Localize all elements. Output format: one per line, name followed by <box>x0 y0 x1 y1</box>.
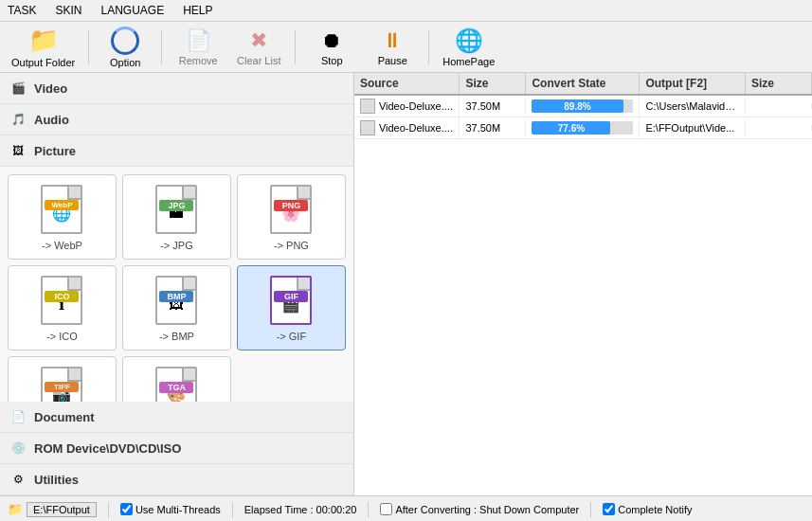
status-bar: 📁 E:\FFOutput Use Multi-Threads Elapsed … <box>0 495 812 521</box>
file-thumb-1 <box>360 99 375 114</box>
picture-icon: 🖼 <box>8 140 28 161</box>
after-converting-label: After Converting : Shut Down Computer <box>395 504 579 515</box>
webp-icon: WebP 🌐 <box>39 183 84 236</box>
sidebar-item-rom[interactable]: 💿 ROM Device\DVD\CD\ISO <box>0 433 353 464</box>
sidebar-item-picture-label: Picture <box>34 144 76 158</box>
format-card-tga[interactable]: TGA 🎨 -> TGA <box>122 356 231 402</box>
sidebar-item-rom-label: ROM Device\DVD\CD\ISO <box>34 441 181 456</box>
format-grid: WebP 🌐 -> WebP JPG 🏔 -> JPG <box>0 167 353 402</box>
document-icon: 📄 <box>8 406 28 427</box>
cell-output-2: E:\FFOutput\Vide... <box>640 119 746 136</box>
sidebar-item-document-label: Document <box>34 410 95 424</box>
progress-bar-bg-2: 77.6% <box>532 121 633 135</box>
elapsed-time: Elapsed Time : 00:00:20 <box>244 504 357 515</box>
progress-bar-fill-2: 77.6% <box>532 121 610 135</box>
format-card-jpg[interactable]: JPG 🏔 -> JPG <box>122 174 231 260</box>
format-card-bmp[interactable]: BMP 🖼 -> BMP <box>122 265 231 350</box>
cell-size2-1 <box>746 103 812 109</box>
output-folder-path: E:\FFOutput <box>27 502 97 517</box>
separator-3 <box>295 30 296 64</box>
sidebar-item-utilities-label: Utilities <box>34 473 79 487</box>
ico-label: -> ICO <box>46 331 78 342</box>
progress-bar-bg-1: 89.8% <box>532 99 633 113</box>
output-folder-button[interactable]: 📁 Output Folder <box>6 24 81 70</box>
cell-source-2: Video-Deluxe.... <box>354 117 460 138</box>
pause-button[interactable]: ⏸ Pause <box>364 27 421 68</box>
video-icon: 🎬 <box>8 78 28 99</box>
status-folder-section: 📁 E:\FFOutput <box>8 502 97 517</box>
header-size: Size <box>460 73 526 94</box>
table-row[interactable]: Video-Deluxe.... 37.50M 77.6% E:\FFOutpu… <box>354 117 812 139</box>
format-card-gif[interactable]: GIF 🎬 -> GIF <box>237 265 346 350</box>
cell-size-1: 37.50M <box>460 98 526 115</box>
status-sep-2 <box>232 502 233 517</box>
menu-language[interactable]: LANGUAGE <box>97 2 168 19</box>
file-thumb-2 <box>360 120 375 135</box>
option-button[interactable]: Option <box>97 25 153 70</box>
table-header: Source Size Convert State Output [F2] Si… <box>354 73 812 96</box>
clear-list-label: Clear List <box>237 55 280 66</box>
folder-icon: 📁 <box>28 26 59 55</box>
cell-convert-2: 77.6% <box>526 118 640 137</box>
cell-output-1: C:\Users\Malavida... <box>640 98 746 115</box>
option-icon <box>111 27 139 55</box>
multi-threads-checkbox[interactable] <box>120 503 133 515</box>
remove-label: Remove <box>179 55 218 66</box>
menu-help[interactable]: HELP <box>179 2 216 19</box>
gif-label: -> GIF <box>277 331 306 342</box>
sidebar-item-video[interactable]: 🎬 Video <box>0 73 353 104</box>
menu-task[interactable]: TASK <box>4 2 40 19</box>
format-card-ico[interactable]: ICO ℹ -> ICO <box>8 265 117 350</box>
format-card-tiff[interactable]: TIFF 📷 -> TIFF <box>8 356 117 402</box>
pause-label: Pause <box>378 55 407 66</box>
after-converting-checkbox[interactable] <box>380 503 392 515</box>
header-output: Output [F2] <box>640 73 746 94</box>
jpg-label: -> JPG <box>160 240 193 251</box>
remove-button[interactable]: 📄 Remove <box>170 27 226 68</box>
complete-notify-checkbox-label[interactable]: Complete Notify <box>603 503 692 515</box>
bmp-icon: BMP 🖼 <box>153 274 199 327</box>
bmp-label: -> BMP <box>159 331 194 342</box>
separator-1 <box>88 30 89 64</box>
complete-notify-checkbox[interactable] <box>603 503 615 515</box>
table-row[interactable]: Video-Deluxe.... 37.50M 89.8% C:\Users\M… <box>354 96 812 117</box>
status-sep-1 <box>108 502 109 517</box>
homepage-button[interactable]: 🌐 HomePage <box>437 26 500 69</box>
webp-label: -> WebP <box>42 240 82 251</box>
cell-size2-2 <box>746 125 812 131</box>
format-card-webp[interactable]: WebP 🌐 -> WebP <box>8 174 117 260</box>
cell-source-1: Video-Deluxe.... <box>354 96 460 117</box>
clear-list-button[interactable]: ✖ Clear List <box>230 27 287 68</box>
separator-2 <box>161 30 162 64</box>
output-folder-label: Output Folder <box>11 57 75 68</box>
main-layout: 🎬 Video 🎵 Audio 🖼 Picture WebP 🌐 <box>0 73 812 495</box>
sidebar-item-picture[interactable]: 🖼 Picture <box>0 135 353 167</box>
png-icon: PNG 🌸 <box>268 183 314 236</box>
menu-skin[interactable]: SKIN <box>51 2 85 19</box>
option-label: Option <box>110 57 140 68</box>
jpg-icon: JPG 🏔 <box>153 183 199 236</box>
format-card-png[interactable]: PNG 🌸 -> PNG <box>237 174 346 260</box>
utilities-icon: ⚙ <box>8 469 28 490</box>
sidebar-item-utilities[interactable]: ⚙ Utilities <box>0 464 353 495</box>
stop-button[interactable]: ⏺ Stop <box>303 27 360 68</box>
stop-icon: ⏺ <box>321 28 342 53</box>
sidebar-item-document[interactable]: 📄 Document <box>0 402 353 433</box>
right-panel: Source Size Convert State Output [F2] Si… <box>354 73 812 495</box>
table-body: Video-Deluxe.... 37.50M 89.8% C:\Users\M… <box>354 96 812 495</box>
cell-convert-1: 89.8% <box>526 97 640 116</box>
audio-icon: 🎵 <box>8 109 28 130</box>
png-label: -> PNG <box>274 240 309 251</box>
after-converting-checkbox-label[interactable]: After Converting : Shut Down Computer <box>380 503 579 515</box>
header-source: Source <box>354 73 460 94</box>
progress-bar-fill-1: 89.8% <box>532 99 623 113</box>
output-icon-small: 📁 <box>8 502 23 516</box>
left-panel: 🎬 Video 🎵 Audio 🖼 Picture WebP 🌐 <box>0 73 354 495</box>
ico-icon: ICO ℹ <box>39 274 84 327</box>
pause-icon: ⏸ <box>382 28 403 53</box>
multi-threads-checkbox-label[interactable]: Use Multi-Threads <box>120 503 221 515</box>
multi-threads-label: Use Multi-Threads <box>135 504 221 515</box>
status-sep-3 <box>368 502 369 517</box>
sidebar-item-audio[interactable]: 🎵 Audio <box>0 104 353 135</box>
header-size2: Size <box>746 73 812 94</box>
